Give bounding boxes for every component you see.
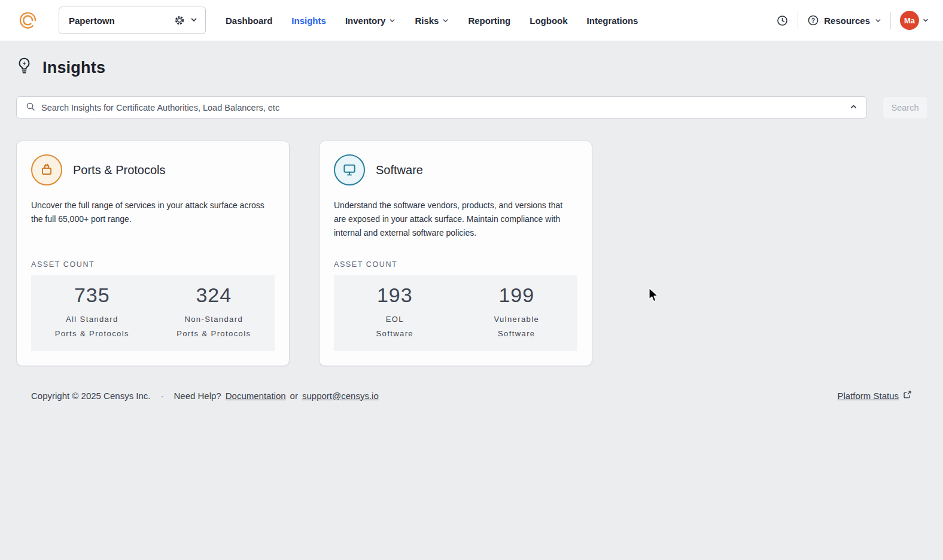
page-header: Insights	[16, 57, 927, 78]
asset-count-label: ASSET COUNT	[334, 260, 577, 269]
stats-panel: 735 All Standard Ports & Protocols 324 N…	[31, 275, 275, 351]
search-button[interactable]: Search	[883, 97, 927, 118]
external-link-icon	[903, 390, 912, 401]
stats-panel: 193 EOL Software 199 Vulnerable Software	[334, 275, 577, 351]
stat-value: 199	[456, 284, 578, 307]
nav-logbook[interactable]: Logbook	[530, 16, 567, 26]
divider	[890, 12, 891, 29]
need-help-text: Need Help?	[174, 391, 221, 401]
stat-value: 324	[153, 284, 275, 307]
chevron-down-icon	[923, 15, 929, 26]
workspace-selector[interactable]: Papertown	[59, 7, 206, 34]
stat-non-standard: 324 Non-Standard Ports & Protocols	[153, 284, 275, 341]
help-circle-icon: ?	[807, 14, 819, 26]
insight-cards: Ports & Protocols Uncover the full range…	[16, 141, 927, 366]
top-nav-bar: Papertown Dashboard Insights Inventory R…	[0, 0, 943, 41]
chevron-down-icon	[875, 16, 881, 26]
resources-label: Resources	[824, 16, 870, 26]
stat-all-standard: 735 All Standard Ports & Protocols	[31, 284, 153, 341]
primary-nav: Dashboard Insights Inventory Risks Repor…	[226, 16, 638, 26]
nav-insights[interactable]: Insights	[291, 16, 326, 26]
censys-logo[interactable]	[17, 9, 39, 32]
nav-reporting[interactable]: Reporting	[468, 16, 510, 26]
card-description: Understand the software vendors, product…	[334, 199, 577, 260]
card-title: Software	[376, 163, 423, 177]
nav-inventory[interactable]: Inventory	[345, 16, 396, 26]
divider	[798, 12, 798, 29]
nav-risks[interactable]: Risks	[415, 16, 449, 26]
search-input[interactable]	[41, 103, 844, 112]
ports-icon	[31, 154, 62, 185]
resources-menu[interactable]: ? Resources	[807, 14, 881, 26]
search-row: Search	[16, 96, 927, 118]
insights-lightbulb-icon	[16, 57, 32, 78]
user-menu[interactable]: Ma	[900, 11, 929, 30]
card-title: Ports & Protocols	[73, 163, 166, 177]
stat-eol-software: 193 EOL Software	[334, 284, 456, 341]
avatar: Ma	[900, 11, 919, 30]
support-email-link[interactable]: support@censys.io	[302, 391, 379, 401]
nav-integrations[interactable]: Integrations	[587, 16, 638, 26]
header-right-controls: ? Resources Ma	[776, 11, 929, 30]
chevron-down-icon	[389, 17, 396, 24]
page-footer: Copyright © 2025 Censys Inc. · Need Help…	[16, 390, 927, 401]
page-title: Insights	[42, 59, 105, 77]
workspace-settings-gear-icon[interactable]	[174, 15, 185, 26]
workspace-chevron-down-icon	[190, 15, 197, 26]
workspace-name: Papertown	[69, 16, 169, 26]
nav-dashboard[interactable]: Dashboard	[226, 16, 272, 26]
documentation-link[interactable]: Documentation	[226, 391, 286, 401]
chevron-up-icon[interactable]	[850, 102, 857, 113]
search-icon	[26, 102, 35, 114]
stat-vulnerable-software: 199 Vulnerable Software	[456, 284, 578, 341]
card-ports-protocols[interactable]: Ports & Protocols Uncover the full range…	[16, 141, 290, 366]
card-software[interactable]: Software Understand the software vendors…	[319, 141, 592, 366]
stat-value: 735	[31, 284, 153, 307]
platform-status-link[interactable]: Platform Status	[837, 391, 899, 401]
chevron-down-icon	[442, 17, 449, 24]
card-description: Uncover the full range of services in yo…	[31, 199, 275, 260]
stat-value: 193	[334, 284, 456, 307]
svg-text:?: ?	[811, 17, 815, 24]
asset-count-label: ASSET COUNT	[31, 260, 275, 269]
search-bar	[16, 96, 867, 118]
copyright-text: Copyright © 2025 Censys Inc.	[31, 391, 150, 401]
software-monitor-icon	[334, 154, 365, 185]
history-clock-icon[interactable]	[776, 14, 789, 27]
main-content: Insights Search	[0, 57, 943, 401]
